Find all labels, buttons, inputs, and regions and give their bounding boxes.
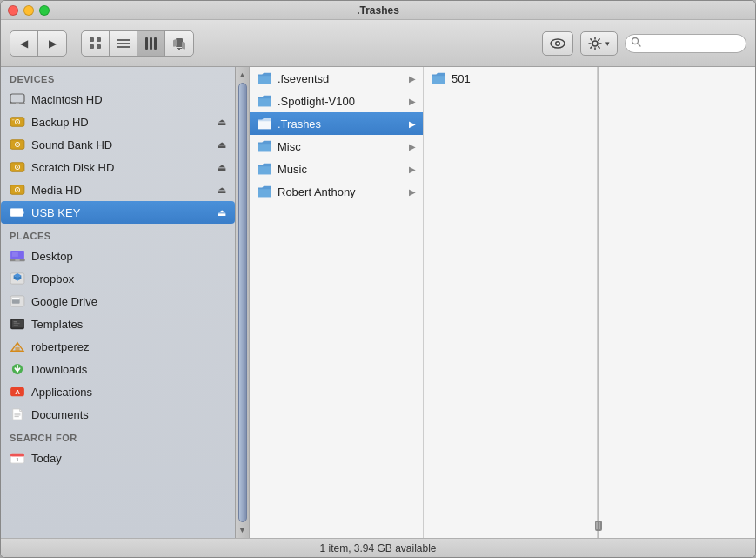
icon-view-button[interactable] (82, 31, 110, 56)
toolbar: ◀ ▶ (1, 20, 755, 67)
folder-icon-music (257, 162, 272, 176)
scratch-disk-hd-eject[interactable]: ⏏ (217, 162, 226, 173)
sidebar-scroll-thumb[interactable] (238, 83, 247, 522)
sidebar-item-media-hd[interactable]: Media HD ⏏ (1, 178, 235, 201)
google-drive-icon (10, 293, 25, 309)
applications-label: Applications (31, 386, 226, 399)
trashes-arrow: ▶ (409, 119, 416, 129)
spotlight-label: .Spotlight-V100 (278, 95, 404, 108)
col-item-robert-anthony[interactable]: Robert Anthony ▶ (250, 180, 423, 203)
title-bar: .Trashes (1, 1, 755, 20)
folder-icon-spotlight (257, 94, 272, 108)
gear-icon (588, 37, 602, 50)
documents-icon (10, 407, 25, 422)
column-2: 501 (424, 67, 598, 538)
svg-text:1: 1 (16, 456, 19, 462)
status-bar: 1 item, 3.94 GB available (1, 538, 755, 557)
sidebar-item-templates[interactable]: Templates (1, 313, 235, 335)
places-header: PLACES (1, 224, 235, 245)
svg-line-20 (638, 44, 640, 46)
gear-button[interactable]: ▾ (580, 31, 618, 56)
sound-bank-hd-label: Sound Bank HD (31, 138, 211, 151)
music-label: Music (278, 163, 404, 176)
sidebar-item-macintosh-hd[interactable]: Macintosh HD (1, 88, 235, 111)
svg-point-30 (17, 144, 18, 145)
svg-point-18 (592, 41, 598, 46)
svg-rect-0 (90, 37, 94, 42)
sidebar-scroll-down[interactable]: ▼ (238, 526, 247, 534)
close-button[interactable] (8, 5, 18, 16)
svg-point-36 (17, 189, 18, 191)
sidebar-item-desktop[interactable]: Desktop (1, 245, 235, 267)
sidebar-scrollbar[interactable]: ▲ ▼ (236, 67, 250, 538)
svg-rect-38 (12, 210, 16, 214)
dropbox-label: Dropbox (31, 272, 226, 286)
downloads-icon (10, 361, 25, 377)
column-view-button[interactable] (137, 31, 165, 56)
misc-arrow: ▶ (409, 142, 416, 151)
col-item-trashes[interactable]: .Trashes ▶ (250, 112, 423, 135)
forward-button[interactable]: ▶ (38, 31, 66, 56)
sidebar-item-documents[interactable]: Documents (1, 403, 235, 426)
music-arrow: ▶ (409, 165, 416, 174)
col-item-misc[interactable]: Misc ▶ (250, 135, 423, 158)
col-item-music[interactable]: Music ▶ (250, 158, 423, 180)
svg-rect-12 (182, 41, 185, 49)
sidebar-item-robertperez[interactable]: robertperez (1, 335, 235, 358)
sidebar-item-usb-key[interactable]: USB KEY ⏏ (1, 201, 235, 224)
sidebar-item-backup-hd[interactable]: Backup HD ⏏ (1, 111, 235, 133)
svg-rect-53 (12, 298, 20, 300)
sidebar-item-scratch-disk-hd[interactable]: Scratch Disk HD ⏏ (1, 156, 235, 178)
sidebar-scroll-up[interactable]: ▲ (238, 71, 247, 79)
svg-rect-9 (154, 37, 157, 50)
svg-point-19 (632, 38, 639, 44)
devices-header: DEVICES (1, 67, 235, 88)
col-item-fseventsd[interactable]: .fseventsd ▶ (250, 67, 423, 90)
sidebar-item-sound-bank-hd[interactable]: Sound Bank HD ⏏ (1, 133, 235, 156)
macintosh-hd-label: Macintosh HD (31, 93, 226, 106)
sidebar-item-downloads[interactable]: Downloads (1, 358, 235, 380)
svg-rect-8 (150, 37, 152, 50)
sidebar-item-google-drive[interactable]: Google Drive (1, 290, 235, 313)
media-hd-eject[interactable]: ⏏ (217, 185, 226, 196)
robert-anthony-label: Robert Anthony (278, 185, 404, 198)
backup-hd-icon (10, 114, 25, 130)
eye-button[interactable] (542, 31, 573, 56)
sound-bank-hd-eject[interactable]: ⏏ (217, 139, 226, 151)
usb-key-eject[interactable]: ⏏ (217, 207, 226, 218)
search-input[interactable] (625, 34, 746, 53)
minimize-button[interactable] (23, 5, 34, 16)
svg-rect-39 (17, 211, 21, 212)
sidebar-item-dropbox[interactable]: Dropbox (1, 267, 235, 290)
svg-point-17 (557, 42, 559, 44)
col-item-spotlight[interactable]: .Spotlight-V100 ▶ (250, 90, 423, 112)
media-hd-label: Media HD (31, 184, 211, 197)
column-resize-handle[interactable] (595, 521, 602, 531)
svg-rect-11 (173, 39, 177, 47)
sound-bank-hd-icon (10, 137, 25, 152)
svg-rect-10 (176, 38, 183, 47)
maximize-button[interactable] (39, 5, 50, 16)
svg-rect-1 (97, 37, 101, 42)
backup-hd-eject[interactable]: ⏏ (217, 117, 226, 128)
trashes-label: .Trashes (278, 118, 404, 131)
svg-rect-43 (12, 252, 18, 257)
robertperez-icon (10, 339, 25, 354)
dropbox-icon (10, 271, 25, 286)
coverflow-view-icon (172, 37, 186, 50)
coverflow-view-button[interactable] (165, 31, 193, 56)
sidebar-item-today[interactable]: 1 Today (1, 447, 235, 469)
svg-rect-7 (145, 37, 148, 50)
scratch-disk-hd-label: Scratch Disk HD (31, 161, 211, 174)
svg-rect-58 (14, 325, 18, 326)
search-icon (631, 37, 641, 50)
templates-label: Templates (31, 318, 226, 331)
action-buttons: ▾ (542, 31, 618, 56)
col-item-501[interactable]: 501 (424, 67, 597, 90)
downloads-label: Downloads (31, 363, 226, 376)
sidebar-item-applications[interactable]: A Applications (1, 380, 235, 403)
browser-area: .fseventsd ▶ .Spotlight-V100 ▶ (250, 67, 755, 538)
back-button[interactable]: ◀ (10, 31, 38, 56)
list-view-button[interactable] (110, 31, 137, 56)
applications-icon: A (10, 384, 25, 400)
